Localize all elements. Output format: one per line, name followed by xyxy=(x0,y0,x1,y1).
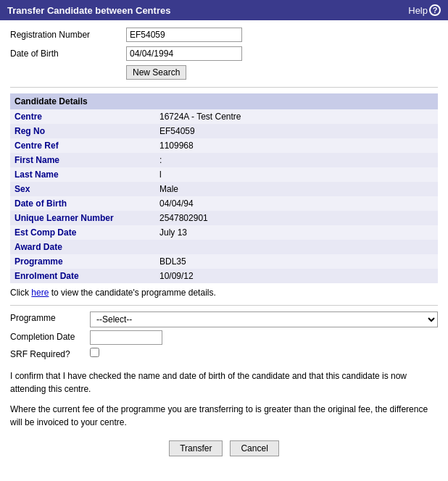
cancel-button[interactable]: Cancel xyxy=(230,440,278,456)
detail-label: Date of Birth xyxy=(10,196,155,211)
detail-rows-container: Centre16724A - Test CentreReg NoEF54059C… xyxy=(10,109,438,283)
detail-label: Centre xyxy=(10,109,155,124)
programme-section: Programme --Select-- Completion Date SRF… xyxy=(10,311,438,359)
programme-row: Programme --Select-- xyxy=(10,311,438,327)
page-title: Transfer Candidate between Centres xyxy=(7,5,170,16)
detail-value: 1109968 xyxy=(155,138,438,153)
table-row: Date of Birth04/04/94 xyxy=(10,196,438,211)
new-search-button[interactable]: New Search xyxy=(126,65,186,80)
detail-label: Unique Learner Number xyxy=(10,211,155,225)
detail-label: Last Name xyxy=(10,167,155,182)
detail-value xyxy=(155,240,438,254)
detail-value: 16724A - Test Centre xyxy=(155,109,438,124)
reg-num-row: Registration Number xyxy=(10,28,438,42)
programme-label: Programme xyxy=(10,311,90,323)
srf-required-row: SRF Required? xyxy=(10,348,438,359)
detail-label: First Name xyxy=(10,153,155,167)
candidate-details-header: Candidate Details xyxy=(10,93,438,109)
table-row: Enrolment Date10/09/12 xyxy=(10,269,438,283)
srf-required-checkbox[interactable] xyxy=(90,348,99,357)
detail-label: Sex xyxy=(10,182,155,196)
detail-value: 10/09/12 xyxy=(155,269,438,283)
reg-num-input[interactable] xyxy=(126,28,242,42)
detail-label: Est Comp Date xyxy=(10,225,155,240)
table-row: Unique Learner Number2547802901 xyxy=(10,211,438,225)
detail-value: 2547802901 xyxy=(155,211,438,225)
table-row: SexMale xyxy=(10,182,438,196)
table-row: Reg NoEF54059 xyxy=(10,124,438,138)
new-search-row: New Search xyxy=(10,65,438,80)
dob-input[interactable] xyxy=(126,46,242,61)
completion-date-label: Completion Date xyxy=(10,330,90,342)
table-row: Award Date xyxy=(10,240,438,254)
table-row: First Name: xyxy=(10,153,438,167)
detail-value: EF54059 xyxy=(155,124,438,138)
click-link-text: Click here to view the candidate's progr… xyxy=(10,288,438,298)
here-link[interactable]: here xyxy=(31,288,49,298)
detail-label: Reg No xyxy=(10,124,155,138)
transfer-button[interactable]: Transfer xyxy=(169,440,223,456)
table-row: ProgrammeBDL35 xyxy=(10,254,438,269)
click-prefix: Click xyxy=(10,288,29,298)
dob-label: Date of Birth xyxy=(10,49,126,59)
dob-row: Date of Birth xyxy=(10,46,438,61)
detail-value: July 13 xyxy=(155,225,438,240)
help-icon: ? xyxy=(429,4,441,16)
detail-value: : xyxy=(155,153,438,167)
detail-value: 04/04/94 xyxy=(155,196,438,211)
title-bar: Transfer Candidate between Centres Help … xyxy=(0,0,448,20)
detail-value: Male xyxy=(155,182,438,196)
confirm-text-1: I confirm that I have checked the name a… xyxy=(10,369,438,396)
candidate-details-section: Candidate Details Centre16724A - Test Ce… xyxy=(10,93,438,298)
srf-required-label: SRF Required? xyxy=(10,348,90,359)
detail-label: Award Date xyxy=(10,240,155,254)
help-label: Help xyxy=(408,5,428,16)
divider-2 xyxy=(10,305,438,306)
search-section: Registration Number Date of Birth New Se… xyxy=(10,28,438,80)
confirm-text-2: Where the current fee of the programme y… xyxy=(10,403,438,429)
table-row: Last Namel xyxy=(10,167,438,182)
divider-1 xyxy=(10,87,438,88)
completion-date-row: Completion Date xyxy=(10,330,438,345)
programme-select[interactable]: --Select-- xyxy=(90,311,438,327)
completion-date-input[interactable] xyxy=(90,330,162,345)
detail-label: Centre Ref xyxy=(10,138,155,153)
detail-value: BDL35 xyxy=(155,254,438,269)
click-suffix: to view the candidate's programme detail… xyxy=(51,288,216,298)
table-row: Centre16724A - Test Centre xyxy=(10,109,438,124)
table-row: Centre Ref1109968 xyxy=(10,138,438,153)
help-button[interactable]: Help ? xyxy=(408,4,441,16)
detail-label: Enrolment Date xyxy=(10,269,155,283)
table-row: Est Comp DateJuly 13 xyxy=(10,225,438,240)
action-buttons: Transfer Cancel xyxy=(10,436,438,461)
detail-value: l xyxy=(155,167,438,182)
reg-num-label: Registration Number xyxy=(10,30,126,40)
detail-label: Programme xyxy=(10,254,155,269)
